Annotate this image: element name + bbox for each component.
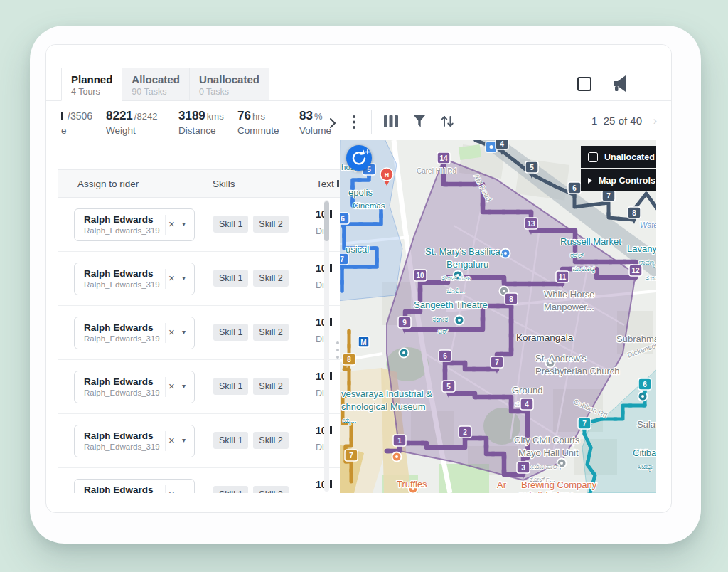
tab-unallocated[interactable]: Unallocated 0 Tasks [190, 68, 269, 101]
skills-cell: Skill 1Skill 2 [213, 270, 289, 287]
map-label: Bengaluru [446, 259, 488, 270]
rider-id: Ralph_Edwards_319 [84, 334, 160, 343]
select-square-icon[interactable] [577, 77, 592, 91]
more-options-icon[interactable] [351, 115, 357, 132]
rider-combobox[interactable]: Ralph Edwards Ralph_Edwards_319 × ▾ [74, 371, 195, 403]
skills-cell: Skill 1Skill 2 [213, 324, 289, 341]
svg-text:10: 10 [416, 272, 424, 280]
checkbox-icon[interactable] [588, 152, 598, 162]
svg-text:8: 8 [632, 209, 636, 217]
svg-text:6: 6 [643, 381, 647, 388]
clear-rider-icon[interactable]: × [168, 488, 175, 493]
rider-id: Ralph_Edwards_319 [84, 280, 160, 289]
table-header: Assign to rider Skills Text [58, 169, 340, 198]
skill-chip: Skill 2 [253, 324, 288, 341]
unallocated-tasks-toggle[interactable]: Unallocated T [581, 146, 656, 168]
skills-cell: Skill 1Skill 2 [213, 486, 289, 493]
skills-cell: Skill 1Skill 2 [213, 378, 289, 395]
svg-text:5: 5 [530, 164, 534, 171]
chevron-down-icon[interactable]: ▾ [182, 436, 186, 444]
stats-scroll-right-button[interactable] [329, 117, 336, 131]
rider-id: Ralph_Edwards_319 [84, 388, 160, 397]
map-controls-expander[interactable]: Map Controls [581, 169, 656, 191]
tab-allocated[interactable]: Allocated 90 Tasks [122, 68, 190, 101]
column-header-assign[interactable]: Assign to rider [77, 179, 139, 189]
combobox-divider [165, 269, 166, 289]
skill-chip: Skill 2 [253, 486, 288, 493]
svg-text:7: 7 [340, 255, 344, 263]
tab-planned[interactable]: Planned 4 Tours [61, 68, 122, 101]
map-label: Brewing Company [521, 480, 597, 490]
combobox-divider [165, 377, 166, 397]
column-header-skills[interactable]: Skills [213, 179, 235, 189]
rider-combobox[interactable]: Ralph Edwards Ralph_Edwards_319 × ▾ [74, 263, 195, 295]
background: Planned 4 Tours Allocated 90 Tasks Unall… [0, 0, 728, 572]
stat-weight: 8221/8242 Weight [106, 109, 157, 136]
combobox-divider [165, 323, 166, 343]
svg-text:7: 7 [582, 420, 587, 428]
svg-text:13: 13 [527, 220, 535, 228]
chevron-down-icon[interactable]: ▾ [182, 328, 186, 336]
map-label: ಸಂಗೀತ [432, 315, 448, 323]
svg-text:M: M [360, 339, 366, 346]
clear-rider-icon[interactable]: × [168, 326, 175, 338]
map-label: vesvaraya Industrial & [341, 388, 432, 399]
chevron-down-icon[interactable]: ▾ [182, 220, 186, 228]
tab-sub: 90 Tasks [132, 87, 180, 97]
svg-text:7: 7 [495, 359, 499, 366]
replan-refresh-button[interactable] [346, 145, 372, 171]
map-label: chnological Museum [341, 401, 426, 412]
svg-text:3: 3 [521, 464, 525, 472]
clear-rider-icon[interactable]: × [168, 272, 175, 284]
combobox-divider [165, 431, 166, 451]
svg-text:4: 4 [500, 140, 504, 148]
skill-chip: Skill 2 [253, 432, 288, 449]
filter-icon[interactable] [413, 115, 426, 129]
skill-chip: Skill 1 [213, 216, 248, 233]
map-label: Mayo Hall Unit [518, 447, 579, 458]
rider-combobox[interactable]: Ralph Edwards Ralph_Edwards_319 × ▾ [74, 208, 195, 241]
rider-combobox[interactable]: Ralph Edwards Ralph_Edwards_319 × ▾ [74, 425, 195, 457]
pagination-next-icon[interactable]: › [653, 115, 657, 127]
content-area: Assign to rider Skills Text Ralph Edward… [46, 140, 671, 493]
triangle-right-icon [588, 178, 592, 184]
map-label: epolis [348, 187, 373, 198]
pane-resize-handle[interactable] [336, 341, 341, 363]
clear-rider-icon[interactable]: × [168, 380, 175, 392]
rider-name: Ralph Edwards [84, 214, 154, 225]
map-label: Citiba [633, 447, 656, 458]
map-label: Manpower... [544, 302, 594, 312]
chevron-down-icon[interactable]: ▾ [182, 382, 186, 390]
rider-combobox[interactable]: Ralph Edwards Ralph_Edwards_319 × ▾ [74, 479, 195, 493]
clear-rider-icon[interactable]: × [168, 434, 175, 446]
column-header-text[interactable]: Text [316, 179, 339, 189]
rider-id: Ralph_Edwards_319 [84, 226, 160, 235]
map-label: Presbyterian Church [535, 366, 620, 376]
map-label: ಮೇಯೊ ಹಾಲ್, [525, 462, 561, 470]
unallocated-toggle-label: Unallocated T [604, 152, 656, 162]
svg-text:7: 7 [349, 452, 353, 460]
table-row: Ralph Edwards Ralph_Edwards_319 × ▾ Skil… [58, 414, 340, 468]
rider-combobox[interactable]: Ralph Edwards Ralph_Edwards_319 × ▾ [74, 317, 195, 349]
rider-id: Ralph_Edwards_319 [84, 443, 160, 451]
table-scrollbar[interactable] [324, 200, 329, 492]
map-label: Water T [640, 221, 656, 229]
sort-icon[interactable] [441, 115, 454, 130]
map-label: White Horse [544, 289, 595, 300]
rider-name: Ralph Edwards [84, 430, 154, 441]
scrollbar-thumb[interactable] [324, 201, 329, 241]
chevron-down-icon[interactable]: ▾ [182, 490, 186, 493]
map-label: Ar [497, 480, 507, 490]
skill-chip: Skill 1 [213, 324, 248, 341]
megaphone-icon[interactable] [611, 75, 631, 93]
svg-text:9: 9 [402, 319, 407, 327]
stat-clipped: /3506 e [61, 109, 92, 136]
map-canvas[interactable]: M H hospepolisCinemasusicalCarel Hil [340, 140, 656, 493]
combobox-divider [165, 485, 166, 493]
clear-rider-icon[interactable]: × [168, 218, 175, 230]
svg-text:12: 12 [631, 267, 640, 275]
chevron-down-icon[interactable]: ▾ [182, 274, 186, 282]
map-label: ಯ್ಯ... [343, 416, 356, 425]
table-row: Ralph Edwards Ralph_Edwards_319 × ▾ Skil… [58, 252, 340, 306]
columns-icon[interactable] [384, 115, 399, 129]
